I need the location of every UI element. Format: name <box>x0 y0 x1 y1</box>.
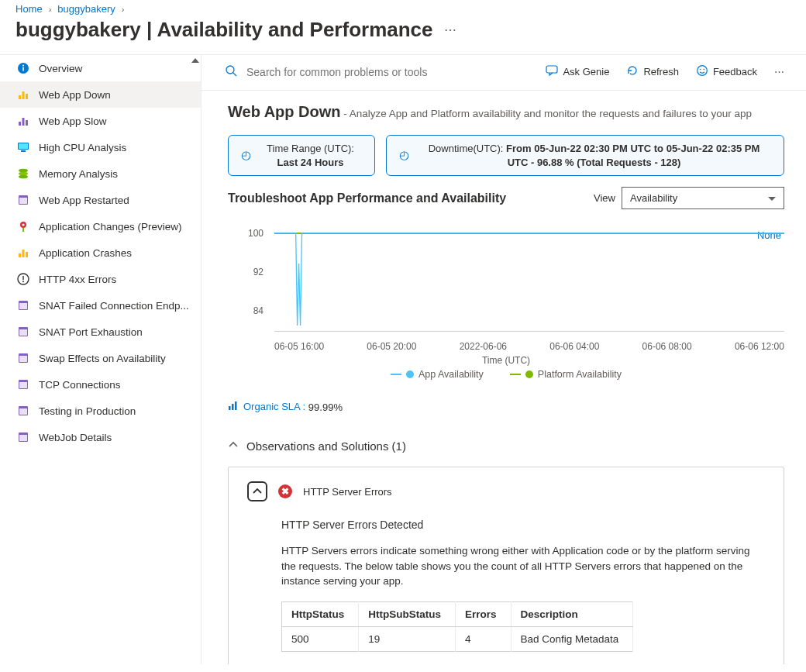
sidebar-item-http-4xx-errors[interactable]: HTTP 4xx Errors <box>0 266 201 292</box>
table-header: Errors <box>456 601 512 626</box>
window-icon <box>17 431 29 443</box>
sidebar-item-label: Swap Effects on Availability <box>39 353 166 364</box>
sidebar-item-snat-port-exhaustion[interactable]: SNAT Port Exhaustion <box>0 319 201 345</box>
table-cell: 19 <box>359 626 456 651</box>
toolbar-more-button[interactable]: ⋯ <box>770 63 790 81</box>
search-input[interactable] <box>245 65 462 79</box>
app-availability-line <box>274 233 784 332</box>
svg-rect-3 <box>19 95 21 99</box>
chevron-right-icon: › <box>49 5 52 14</box>
svg-rect-44 <box>232 404 234 410</box>
feedback-button[interactable]: Feedback <box>691 61 762 82</box>
svg-rect-21 <box>26 252 28 257</box>
svg-point-13 <box>19 172 28 176</box>
y-tick-label: 92 <box>228 267 264 277</box>
downtime-pill[interactable]: ◴ Downtime(UTC): From 05-Jun-22 02:30 PM… <box>386 135 784 176</box>
breadcrumb: Home › buggybakery › <box>0 0 806 15</box>
observation-title: HTTP Server Errors <box>303 486 392 498</box>
chevron-right-icon: › <box>122 5 125 14</box>
page-title-more-button[interactable]: ⋯ <box>444 22 458 37</box>
chart-none-link[interactable]: None <box>757 229 781 241</box>
sidebar-item-label: Web App Restarted <box>39 195 129 206</box>
detector-title: Web App Down <box>228 103 341 120</box>
sidebar-item-label: Testing in Production <box>39 405 136 417</box>
svg-rect-11 <box>21 150 26 152</box>
alert-icon <box>17 273 29 285</box>
table-cell: 4 <box>456 626 512 651</box>
chart-legend: App Availability Platform Availability <box>228 369 784 380</box>
svg-rect-7 <box>22 118 25 126</box>
svg-rect-26 <box>19 303 27 309</box>
view-dropdown[interactable]: Availability <box>622 187 784 209</box>
time-range-pill[interactable]: ◴ Time Range (UTC): Last 24 Hours <box>228 135 375 176</box>
sidebar-item-web-app-down[interactable]: Web App Down <box>0 81 201 108</box>
x-tick-label: 06-06 12:00 <box>735 341 784 352</box>
sidebar-item-memory-analysis[interactable]: Memory Analysis <box>0 160 201 187</box>
sidebar: OverviewWeb App DownWeb App SlowHigh CPU… <box>0 55 202 664</box>
organic-sla-link[interactable]: Organic SLA : <box>228 400 305 413</box>
sidebar-item-web-app-slow[interactable]: Web App Slow <box>0 108 201 134</box>
svg-point-18 <box>22 223 24 226</box>
sidebar-item-snat-failed-connection-endp[interactable]: SNAT Failed Connection Endp... <box>0 292 201 319</box>
svg-rect-34 <box>19 408 27 415</box>
sidebar-item-label: Application Changes (Preview) <box>39 221 182 233</box>
search-wrap <box>225 64 533 79</box>
sidebar-item-swap-effects-on-availability[interactable]: Swap Effects on Availability <box>0 345 201 371</box>
svg-rect-20 <box>22 250 25 257</box>
svg-rect-36 <box>19 435 27 441</box>
collapse-button[interactable] <box>247 481 267 501</box>
x-tick-label: 06-06 04:00 <box>549 341 599 352</box>
svg-rect-30 <box>19 356 27 362</box>
error-icon: ✖ <box>278 484 292 498</box>
breadcrumb-project[interactable]: buggybakery <box>57 3 115 15</box>
ask-genie-button[interactable]: Ask Genie <box>541 61 614 82</box>
svg-rect-5 <box>26 94 28 99</box>
availability-chart: 100 92 84 None 06-05 16:00 06-05 20:00 2… <box>228 226 784 366</box>
svg-rect-19 <box>19 253 21 257</box>
sidebar-item-application-changes-preview[interactable]: Application Changes (Preview) <box>0 213 201 240</box>
chat-icon <box>546 64 558 79</box>
table-header: Description <box>511 601 633 626</box>
y-tick-label: 100 <box>228 228 264 239</box>
bar-chart-icon <box>228 400 239 413</box>
feedback-label: Feedback <box>713 66 757 78</box>
chevron-up-icon <box>228 439 239 453</box>
x-axis-title: Time (UTC) <box>228 355 784 366</box>
clock-icon: ◴ <box>241 147 251 163</box>
sidebar-item-webjob-details[interactable]: WebJob Details <box>0 424 201 450</box>
page-title: buggybakery | Availability and Performan… <box>16 18 433 42</box>
bars-y-icon <box>17 88 29 101</box>
window-icon <box>17 326 29 338</box>
window-icon <box>17 194 29 206</box>
sidebar-item-label: Application Crashes <box>39 247 132 259</box>
scroll-up-icon <box>191 58 199 63</box>
table-header: HttpSubStatus <box>359 601 456 626</box>
sidebar-item-label: Memory Analysis <box>39 168 118 180</box>
sidebar-item-tcp-connections[interactable]: TCP Connections <box>0 371 201 398</box>
bars-b-icon <box>17 115 29 127</box>
svg-rect-43 <box>229 406 231 410</box>
legend-platform-availability[interactable]: Platform Availability <box>510 369 622 380</box>
svg-line-38 <box>233 73 236 76</box>
refresh-button[interactable]: Refresh <box>622 61 684 82</box>
sidebar-item-application-crashes[interactable]: Application Crashes <box>0 240 201 266</box>
svg-point-14 <box>19 175 28 179</box>
sidebar-item-overview[interactable]: Overview <box>0 55 201 81</box>
http-errors-table: HttpStatusHttpSubStatusErrorsDescription… <box>281 601 633 652</box>
refresh-label: Refresh <box>643 66 679 78</box>
view-dropdown-value: Availability <box>630 192 677 204</box>
window-icon <box>17 405 29 417</box>
observations-toggle[interactable]: Observations and Solutions (1) <box>228 439 784 453</box>
observation-para1: HTTP Servers errors indicate something w… <box>281 543 765 589</box>
x-tick-label: 2022-06-06 <box>460 341 507 352</box>
sidebar-item-testing-in-production[interactable]: Testing in Production <box>0 398 201 424</box>
sidebar-item-label: High CPU Analysis <box>39 142 126 153</box>
table-cell: Bad Config Metadata <box>511 626 633 651</box>
breadcrumb-home[interactable]: Home <box>16 3 43 15</box>
legend-app-availability[interactable]: App Availability <box>391 369 484 380</box>
pin-icon <box>17 220 29 233</box>
sidebar-item-label: Web App Down <box>39 89 111 101</box>
sidebar-item-high-cpu-analysis[interactable]: High CPU Analysis <box>0 134 201 160</box>
svg-rect-16 <box>19 198 27 204</box>
sidebar-item-web-app-restarted[interactable]: Web App Restarted <box>0 187 201 213</box>
